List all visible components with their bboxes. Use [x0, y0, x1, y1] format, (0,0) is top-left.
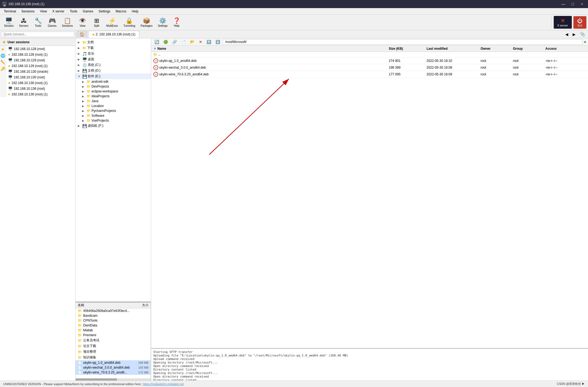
minimize-button[interactable]: —: [559, 2, 567, 6]
remote-download-btn[interactable]: ⬇️: [214, 39, 222, 45]
local-file-item[interactable]: 📄 ukylin-qq_1.0_amd64.deb 268 MB: [76, 360, 151, 365]
session-button[interactable]: 🖥️ Session: [2, 16, 16, 28]
col-group-header[interactable]: Group: [513, 47, 545, 51]
tools-button[interactable]: 🔧 Tools: [31, 16, 45, 28]
session-item[interactable]: 🖥️ 192.168.10.136 (root): [6, 86, 75, 91]
tree-item-android-sdk[interactable]: ▶ 📁 android-sdk: [76, 79, 151, 84]
local-item[interactable]: 📁 论文下载: [76, 343, 151, 349]
col-modified-header[interactable]: Last modified: [427, 47, 481, 51]
menu-terminal[interactable]: Terminal: [1, 9, 19, 14]
nav-back[interactable]: ◀: [564, 32, 570, 37]
remote-connect-btn[interactable]: 🟢: [162, 39, 170, 45]
menu-games[interactable]: Games: [80, 9, 96, 14]
remote-new-file-btn[interactable]: 📄: [180, 39, 187, 45]
tab-home[interactable]: 🏠: [77, 31, 87, 38]
close-button[interactable]: ✕: [578, 2, 586, 6]
menu-settings[interactable]: Settings: [96, 9, 113, 14]
multiexec-button[interactable]: ⚡ MultiExec: [104, 16, 120, 28]
local-item[interactable]: 📁 Matlab: [76, 328, 151, 333]
session-item[interactable]: 🖥️ 192.168.10.130 (root): [6, 74, 75, 80]
help-button[interactable]: ❓ Help: [171, 16, 183, 28]
tree-item-cdrive[interactable]: ▶ 💿 系统 (C:): [76, 62, 151, 68]
tab-active[interactable]: ● 2. 192.168.10.136 (root) (1): [88, 31, 139, 38]
exit-button[interactable]: ⏻ Exit: [573, 16, 586, 29]
quick-connect-input[interactable]: [1, 32, 74, 37]
tree-item-fdrive[interactable]: ▶ 💾 虚拟机 (F:): [76, 123, 151, 129]
col-size-header[interactable]: Size (KB): [389, 47, 427, 51]
remote-upload-btn[interactable]: ⬆️: [205, 39, 213, 45]
xserver-button[interactable]: ✕ X server: [554, 16, 572, 29]
col-name-header[interactable]: ▼ Name: [153, 47, 389, 51]
session-item[interactable]: ● 192.168.10.129 (root) (1): [6, 63, 75, 69]
remote-file-wine[interactable]: d ukylin-wine_70.6.3.25_amd64.deb 177 09…: [151, 71, 588, 78]
local-item[interactable]: 📁 456406a2608a0ca97e63f3ec4...: [76, 308, 151, 313]
tree-item-music[interactable]: ▶ 🎵 音乐: [76, 51, 151, 56]
local-item[interactable]: 📁 Premiere: [76, 333, 151, 338]
tree-item-edrive[interactable]: ▼ 💾 软件 (E:): [76, 74, 151, 79]
remote-refresh-btn[interactable]: 🔄: [153, 39, 161, 45]
tunneling-button[interactable]: 🔒 Tunneling: [121, 16, 138, 28]
menu-sessions[interactable]: Sessions: [19, 9, 37, 14]
tree-item-software[interactable]: ▶ 📁 Software: [76, 113, 151, 118]
view-button[interactable]: 👁️ View: [76, 16, 89, 28]
local-file-item[interactable]: 📄 ukylin-wine_70.6.3.25_amd6... 172 MB: [76, 370, 151, 375]
brush-icon[interactable]: ✏️: [1, 60, 5, 64]
settings-button[interactable]: ⚙️ Settings: [156, 16, 170, 28]
remote-file-qq[interactable]: d ukylin-qq_1.0_amd64.deb 274 901 2022-0…: [151, 58, 588, 64]
local-item[interactable]: 📁 Bandicam: [76, 313, 151, 318]
session-item[interactable]: 🖥️ 192.168.10.128 (root): [6, 46, 75, 52]
expand-icon: ▶: [78, 41, 82, 44]
star-sidebar-icon[interactable]: ★: [1, 47, 5, 51]
nav-forward[interactable]: ▶: [571, 32, 577, 37]
tree-item-desktop[interactable]: ▶ 🖥️ 桌面: [76, 56, 151, 62]
menu-xserver[interactable]: X server: [50, 9, 67, 14]
log-line: Directory content listed: [153, 368, 586, 371]
tree-item-devprojects[interactable]: ▶ 📁 DevProjects: [76, 84, 151, 89]
maximize-button[interactable]: □: [570, 2, 576, 6]
remote-delete-btn[interactable]: ✕: [197, 39, 204, 45]
folder-icon: 📁: [87, 85, 91, 88]
local-item[interactable]: 📁 项目整理: [76, 349, 151, 355]
tree-item-downloads[interactable]: ▶ 📁 下载: [76, 45, 151, 51]
tree-item-vue[interactable]: ▶ 📁 VueProjects: [76, 118, 151, 123]
globe-icon[interactable]: 🌐: [1, 54, 5, 58]
col-owner-header[interactable]: Owner: [481, 47, 513, 51]
tree-item-eclipse[interactable]: ▶ 📁 eclipse-workspace: [76, 89, 151, 94]
remote-path-input[interactable]: [223, 39, 583, 45]
local-item[interactable]: 📁 CPNTools: [76, 318, 151, 323]
tree-item-idea[interactable]: ▶ 📁 IdeaProjects: [76, 94, 151, 99]
local-item[interactable]: 📁 公务员考试: [76, 338, 151, 343]
log-line: Opening directory /root/Microsoft...: [153, 361, 586, 364]
menu-tools[interactable]: Tools: [67, 9, 80, 14]
session-item[interactable]: ● 192.168.10.128 (root) (1): [6, 52, 75, 57]
session-item[interactable]: ● 192.168.10.136 (root) (1): [6, 91, 75, 97]
remote-link-btn[interactable]: 🔗: [171, 39, 178, 45]
tree-item-ddrive[interactable]: ▶ 💾 文档 (D:): [76, 68, 151, 74]
tree-item-pycharm[interactable]: ▶ 📁 PycharmProjects: [76, 108, 151, 113]
expand-icon: ▶: [82, 80, 86, 83]
key-icon[interactable]: 🔑: [1, 66, 5, 71]
session-item[interactable]: 🖥️ 192.168.10.130 (oracle): [6, 69, 75, 74]
expand-icon: ▶: [82, 85, 86, 88]
session-item[interactable]: 🖥️ 192.168.10.129 (root): [6, 57, 75, 63]
tree-item-java[interactable]: ▶ 📁 Java: [76, 99, 151, 104]
remote-item-parent[interactable]: 📁 ..: [151, 52, 588, 58]
session-item[interactable]: ● 192.168.10.130 (root) (1): [6, 80, 75, 86]
local-item[interactable]: 📁 DwnlData: [76, 323, 151, 328]
col-access-header[interactable]: Access: [545, 47, 586, 51]
status-link[interactable]: https://mobaxterm.mobatek.net: [143, 382, 184, 386]
local-item[interactable]: 📁 知识储备: [76, 355, 151, 360]
remote-file-wechat[interactable]: d ukylin-wechat_3.0.0_amd64.deb 198 399 …: [151, 64, 588, 71]
games-button[interactable]: 🎮 Games: [45, 16, 59, 28]
tree-item-documents[interactable]: ▶ 📁 文档: [76, 39, 151, 45]
tree-item-location[interactable]: ▶ 📁 Location: [76, 104, 151, 108]
servers-button[interactable]: 🖧 Servers: [17, 16, 31, 28]
remote-new-folder-btn[interactable]: 📂: [188, 39, 196, 45]
sessions-button[interactable]: 📋 Sessions: [59, 16, 75, 28]
split-button[interactable]: ⊞ Split: [90, 16, 103, 28]
menu-view[interactable]: View: [37, 9, 50, 14]
packages-button[interactable]: 📦 Packages: [138, 16, 155, 28]
menu-macros[interactable]: Macros: [113, 9, 129, 14]
local-file-item[interactable]: 📄 ukylin-wechat_3.0.0_amd64.deb 193 MB: [76, 365, 151, 370]
menu-help[interactable]: Help: [129, 9, 141, 14]
